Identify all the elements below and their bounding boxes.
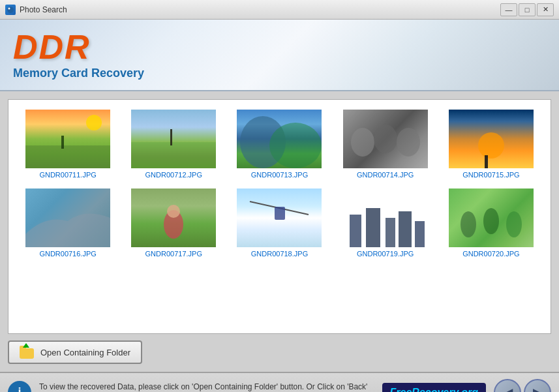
close-button[interactable]: ✕ xyxy=(537,3,554,16)
info-icon: i xyxy=(8,381,31,393)
open-folder-label: Open Containing Folder xyxy=(40,348,130,357)
svg-rect-17 xyxy=(275,207,285,220)
svg-point-23 xyxy=(461,211,476,237)
photo-thumb-3 xyxy=(237,110,322,168)
maximize-button[interactable]: □ xyxy=(519,3,536,16)
button-bar: Open Containing Folder xyxy=(8,340,551,364)
svg-point-11 xyxy=(397,128,420,157)
folder-icon xyxy=(20,346,35,359)
photo-grid: GNDR00711.JPGGNDR00712.JPGGNDR00713.JPGG… xyxy=(18,110,541,258)
photo-item-3[interactable]: GNDR00713.JPG xyxy=(230,110,329,179)
svg-rect-20 xyxy=(385,218,395,247)
photo-item-10[interactable]: GNDR00720.JPG xyxy=(442,188,541,258)
info-message: To view the recovered Data, please click… xyxy=(39,382,367,392)
photo-thumb-10 xyxy=(449,188,534,247)
svg-rect-21 xyxy=(399,211,412,247)
minimize-button[interactable]: — xyxy=(500,3,517,16)
ddr-logo: DDR xyxy=(13,30,144,64)
app-icon xyxy=(5,5,16,15)
photo-item-8[interactable]: GNDR00718.JPG xyxy=(230,188,329,258)
photo-thumb-1 xyxy=(25,110,110,168)
svg-rect-4 xyxy=(61,136,64,149)
photo-thumb-2 xyxy=(131,110,216,168)
window-title: Photo Search xyxy=(20,5,500,14)
svg-point-1 xyxy=(8,7,10,9)
photo-thumb-4 xyxy=(343,110,428,168)
svg-point-10 xyxy=(374,125,397,153)
photo-label-8: GNDR00718.JPG xyxy=(251,250,308,258)
info-bar: i To view the recovered Data, please cli… xyxy=(0,372,559,392)
photo-item-7[interactable]: GNDR00717.JPG xyxy=(124,188,223,258)
svg-rect-22 xyxy=(415,221,425,247)
svg-point-12 xyxy=(478,132,504,158)
header-content: DDR Memory Card Recovery xyxy=(13,30,144,80)
app-header: DDR Memory Card Recovery xyxy=(0,20,559,91)
photo-label-9: GNDR00719.JPG xyxy=(357,250,414,258)
svg-rect-13 xyxy=(485,155,488,168)
photo-grid-container[interactable]: GNDR00711.JPGGNDR00712.JPGGNDR00713.JPGG… xyxy=(8,99,551,334)
svg-point-9 xyxy=(351,128,374,157)
photo-label-1: GNDR00711.JPG xyxy=(39,171,96,179)
photo-item-5[interactable]: GNDR00715.JPG xyxy=(442,110,541,179)
photo-item-9[interactable]: GNDR00719.JPG xyxy=(336,188,435,258)
photo-thumb-6 xyxy=(25,188,110,247)
brand-badge: FreeRecovery.org xyxy=(382,383,486,393)
photo-label-5: GNDR00715.JPG xyxy=(462,171,519,179)
photo-thumb-7 xyxy=(131,188,216,247)
forward-button[interactable]: ▶ xyxy=(524,379,551,393)
window-controls: — □ ✕ xyxy=(500,3,554,16)
photo-thumb-9 xyxy=(343,188,428,247)
photo-label-10: GNDR00720.JPG xyxy=(462,250,519,258)
photo-item-2[interactable]: GNDR00712.JPG xyxy=(124,110,223,179)
photo-item-6[interactable]: GNDR00716.JPG xyxy=(18,188,117,258)
photo-label-3: GNDR00713.JPG xyxy=(251,171,308,179)
photo-label-6: GNDR00716.JPG xyxy=(39,250,96,258)
photo-item-4[interactable]: GNDR00714.JPG xyxy=(336,110,435,179)
svg-point-24 xyxy=(483,208,499,234)
title-bar: Photo Search — □ ✕ xyxy=(0,0,559,20)
svg-point-25 xyxy=(506,211,522,237)
app-subtitle: Memory Card Recovery xyxy=(13,67,144,80)
back-button[interactable]: ◀ xyxy=(494,379,521,393)
photo-label-2: GNDR00712.JPG xyxy=(145,171,202,179)
info-text: To view the recovered Data, please click… xyxy=(39,382,374,392)
svg-rect-18 xyxy=(350,215,361,247)
svg-point-15 xyxy=(167,205,180,218)
svg-rect-3 xyxy=(25,145,110,168)
svg-rect-6 xyxy=(170,129,172,145)
photo-thumb-8 xyxy=(237,188,322,247)
nav-buttons: ◀ ▶ xyxy=(494,379,551,393)
svg-point-0 xyxy=(7,7,14,13)
open-folder-button[interactable]: Open Containing Folder xyxy=(8,340,142,364)
photo-label-4: GNDR00714.JPG xyxy=(357,171,414,179)
photo-thumb-5 xyxy=(449,110,534,168)
svg-rect-5 xyxy=(131,142,216,168)
photo-item-1[interactable]: GNDR00711.JPG xyxy=(18,110,117,179)
main-content: GNDR00711.JPGGNDR00712.JPGGNDR00713.JPGG… xyxy=(0,91,559,372)
svg-point-2 xyxy=(86,115,102,130)
svg-rect-19 xyxy=(366,208,380,247)
svg-point-8 xyxy=(269,123,322,168)
photo-label-7: GNDR00717.JPG xyxy=(145,250,202,258)
